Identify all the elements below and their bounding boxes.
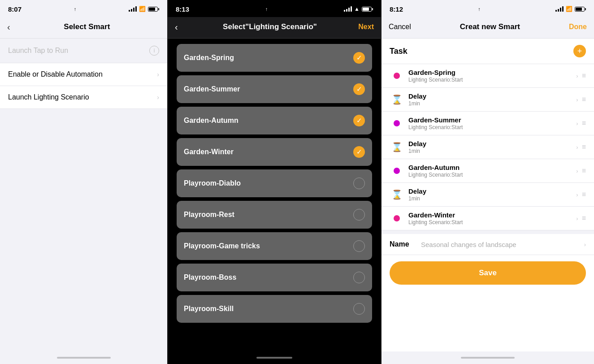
task-chevron-delay-2[interactable]: › (576, 144, 578, 151)
wifi-icon-2: ▲ (354, 6, 360, 12)
task-item-delay-3: ⌛ Delay 1min › ≡ (382, 183, 594, 207)
task-name-garden-winter: Garden-Winter (408, 211, 576, 219)
scenario-item-playroom-diablo[interactable]: Playroom-Diablo (177, 169, 372, 197)
task-item-delay-1: ⌛ Delay 1min › ≡ (382, 88, 594, 112)
menu-item-launch-tap[interactable]: Launch Tap to Run i (0, 39, 167, 63)
task-sub-garden-autumn: Lighting Scenario:Start (408, 172, 576, 178)
chevron-icon-enable-disable: › (157, 71, 159, 78)
task-chevron-garden-summer[interactable]: › (576, 120, 578, 127)
status-icons-3: 📶 (555, 6, 586, 12)
location-icon-3: ↑ (478, 6, 481, 12)
task-text-garden-summer: Garden-Summer Lighting Scenario:Start (408, 116, 576, 130)
menu-label-launch-lighting: Launch Lighting Scenario (8, 93, 157, 101)
save-button[interactable]: Save (390, 261, 586, 285)
scenario-item-playroom-boss[interactable]: Playroom-Boss (177, 264, 372, 291)
home-indicator-3 (382, 351, 594, 364)
back-button-2[interactable]: ‹ (175, 22, 178, 31)
info-icon-launch-tap[interactable]: i (149, 46, 159, 56)
scenario-check-playroom-boss[interactable] (353, 272, 365, 283)
task-item-garden-spring: Garden-Spring Lighting Scenario:Start › … (382, 64, 594, 88)
cancel-button-3[interactable]: Cancel (389, 23, 411, 31)
task-drag-garden-autumn[interactable]: ≡ (582, 167, 586, 175)
task-name-delay-1: Delay (408, 92, 576, 100)
scenario-check-playroom-game-tricks[interactable] (353, 240, 365, 252)
done-button-3[interactable]: Done (569, 23, 587, 31)
task-drag-delay-3[interactable]: ≡ (582, 191, 586, 199)
scenario-list: Garden-Spring ✓ Garden-Summer ✓ Garden-A… (168, 39, 381, 351)
task-name-garden-autumn: Garden-Autumn (408, 164, 576, 171)
task-sub-garden-summer: Lighting Scenario:Start (408, 124, 576, 130)
nav-bar-1: ‹ Select Smart (0, 17, 167, 39)
task-header: Task + (382, 39, 594, 64)
scenario-check-playroom-rest[interactable] (353, 209, 365, 221)
scenario-item-garden-autumn[interactable]: Garden-Autumn ✓ (177, 107, 372, 134)
task-drag-garden-summer[interactable]: ≡ (582, 119, 586, 127)
save-section: Save (382, 255, 594, 293)
task-name-delay-3: Delay (408, 187, 576, 195)
name-chevron-icon[interactable]: › (584, 241, 586, 248)
task-chevron-garden-winter[interactable]: › (576, 215, 578, 222)
scroll-hint-2 (168, 351, 381, 364)
scenario-item-playroom-rest[interactable]: Playroom-Rest (177, 201, 372, 229)
scenario-item-garden-winter[interactable]: Garden-Winter ✓ (177, 138, 372, 166)
scenario-check-garden-winter[interactable]: ✓ (353, 146, 365, 158)
menu-item-enable-disable[interactable]: Enable or Disable Automation › (0, 63, 167, 86)
scroll-bar-2 (256, 357, 292, 359)
scenario-label-playroom-diablo: Playroom-Diablo (184, 179, 353, 187)
task-sub-garden-spring: Lighting Scenario:Start (408, 77, 576, 83)
nav-bar-2: ‹ Select"Lighting Scenario" Next (168, 17, 381, 39)
task-chevron-delay-1[interactable]: › (576, 96, 578, 103)
task-drag-garden-spring[interactable]: ≡ (582, 72, 586, 80)
task-chevron-garden-autumn[interactable]: › (576, 168, 578, 174)
status-icons-2: ▲ (344, 6, 373, 12)
scenario-check-garden-spring[interactable]: ✓ (353, 52, 365, 64)
home-indicator-1 (0, 351, 167, 364)
name-field-value: Seasonal changes of landscape (421, 241, 584, 248)
signal-icon-2 (344, 6, 352, 12)
task-icon-garden-winter (390, 211, 404, 225)
task-drag-delay-1[interactable]: ≡ (582, 95, 586, 104)
status-bar-2: 8:13 ↑ ▲ (168, 0, 381, 17)
add-task-button[interactable]: + (573, 45, 586, 57)
scenario-item-garden-spring[interactable]: Garden-Spring ✓ (177, 44, 372, 72)
task-drag-delay-2[interactable]: ≡ (582, 143, 586, 151)
task-chevron-delay-3[interactable]: › (576, 191, 578, 198)
scene-dot-garden-autumn (394, 168, 400, 174)
menu-label-enable-disable: Enable or Disable Automation (8, 70, 157, 78)
task-text-delay-1: Delay 1min (408, 92, 576, 107)
time-3: 8:12 (390, 5, 403, 13)
battery-icon-2 (362, 7, 373, 12)
hourglass-icon-2: ⌛ (391, 142, 403, 152)
task-item-garden-summer: Garden-Summer Lighting Scenario:Start › … (382, 112, 594, 135)
panel-select-smart: 8:07 ↑ 📶 ‹ Select Smart Launch Tap to Ru… (0, 0, 168, 364)
task-chevron-garden-spring[interactable]: › (576, 73, 578, 79)
status-icons-1: 📶 (129, 6, 159, 12)
back-button-1[interactable]: ‹ (7, 22, 10, 31)
scenario-check-playroom-skill[interactable] (353, 303, 365, 315)
hourglass-icon-1: ⌛ (391, 94, 403, 105)
task-name-delay-2: Delay (408, 140, 576, 147)
scenario-label-garden-summer: Garden-Summer (184, 85, 353, 93)
name-row[interactable]: Name Seasonal changes of landscape › (382, 234, 594, 255)
scenario-check-garden-summer[interactable]: ✓ (353, 83, 365, 95)
location-icon-1: ↑ (74, 6, 77, 12)
task-text-garden-autumn: Garden-Autumn Lighting Scenario:Start (408, 164, 576, 178)
task-drag-garden-winter[interactable]: ≡ (582, 214, 586, 222)
menu-item-launch-lighting[interactable]: Launch Lighting Scenario › (0, 86, 167, 109)
task-icon-garden-autumn (390, 164, 404, 178)
nav-title-2: Select"Lighting Scenario" (182, 22, 359, 31)
scenario-label-playroom-boss: Playroom-Boss (184, 273, 353, 282)
scenario-item-playroom-game-tricks[interactable]: Playroom-Game tricks (177, 232, 372, 260)
nav-title-1: Select Smart (14, 22, 160, 31)
task-text-delay-3: Delay 1min (408, 187, 576, 202)
scenario-item-garden-summer[interactable]: Garden-Summer ✓ (177, 75, 372, 103)
scenario-item-playroom-skill[interactable]: Playroom-Skill (177, 295, 372, 323)
task-sub-delay-3: 1min (408, 195, 576, 202)
scenario-check-garden-autumn[interactable]: ✓ (353, 115, 365, 126)
task-text-delay-2: Delay 1min (408, 140, 576, 154)
next-button-2[interactable]: Next (358, 23, 374, 31)
task-icon-delay-2: ⌛ (390, 140, 404, 154)
scenario-check-playroom-diablo[interactable] (353, 178, 365, 189)
scene-dot-garden-summer (394, 120, 400, 126)
menu-list-1: Launch Tap to Run i Enable or Disable Au… (0, 39, 167, 351)
